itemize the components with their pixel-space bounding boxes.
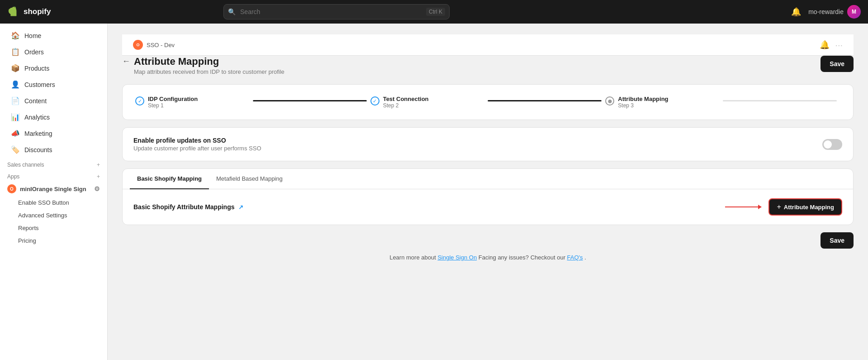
sidebar-item-label: Content [24,97,47,105]
sso-profile-toggle[interactable] [822,139,842,150]
step-1-progress [249,100,370,101]
attribute-mapping-button[interactable]: + Attribute Mapping [768,198,842,216]
sidebar-item-customers[interactable]: 👤 Customers [4,77,104,92]
app-settings-icon[interactable]: ⚙ [94,185,100,192]
sidebar-item-discounts[interactable]: 🏷️ Discounts [4,142,104,158]
steps-card: ✓ IDP Configuration Step 1 ✓ Test Connec… [122,84,854,120]
step-2-icon: ✓ [370,96,379,106]
app-banner-icon: O [133,40,143,50]
page-header: ← Attribute Mapping Map attributes recei… [122,56,854,75]
sidebar-item-label: Products [24,65,49,72]
customers-icon: 👤 [11,80,20,89]
step-1-icon: ✓ [135,96,144,106]
app-item-miniorange[interactable]: O minIOrange Single Sign ⚙ [0,182,107,196]
search-bar[interactable]: 🔍 Ctrl K [223,4,450,19]
arrow-indicator [725,206,761,207]
topbar: shopify 🔍 Ctrl K 🔔 mo-rewardie M [0,0,868,24]
step-2: ✓ Test Connection Step 2 [370,96,484,109]
steps-row: ✓ IDP Configuration Step 1 ✓ Test Connec… [135,96,840,109]
tab-metafield-based-mapping[interactable]: Metafield Based Mapping [209,169,290,189]
step-1: ✓ IDP Configuration Step 1 [135,96,249,109]
avatar: M [847,5,861,19]
step-3-icon: ⬤ [605,96,614,106]
search-shortcut: Ctrl K [426,8,445,16]
mapping-card: Basic Shopify Mapping Metafield Based Ma… [122,168,854,225]
save-button-top[interactable]: Save [821,56,854,72]
expand-sales-channels-icon[interactable]: + [97,162,100,168]
toggle-card-text: Enable profile updates on SSO Update cus… [133,137,261,152]
page-footer: Save [122,232,854,249]
page-title: Attribute Mapping [134,56,285,67]
user-info: mo-rewardie M [808,5,861,19]
step-1-bar [253,100,367,101]
step-3-progress [719,100,840,101]
orders-icon: 📋 [11,48,20,56]
search-icon: 🔍 [228,8,236,15]
sidebar-item-analytics[interactable]: 📊 Analytics [4,109,104,125]
mapping-right: + Attribute Mapping [725,198,842,216]
app-miniorange-icon: O [7,184,16,193]
app-name-label: minIOrange Single Sign [20,186,86,192]
user-name: mo-rewardie [808,8,844,15]
step-3-text: Attribute Mapping Step 3 [618,96,668,109]
discounts-icon: 🏷️ [11,145,20,154]
analytics-icon: 📊 [11,113,20,121]
content-icon: 📄 [11,96,20,105]
topbar-right: 🔔 mo-rewardie M [789,5,861,19]
sidebar-item-home[interactable]: 🏠 Home [4,28,104,43]
products-icon: 📦 [11,64,20,72]
tab-basic-shopify-mapping[interactable]: Basic Shopify Mapping [130,169,209,189]
step-1-text: IDP Configuration Step 1 [148,96,198,109]
red-arrow [725,206,761,207]
save-button-bottom[interactable]: Save [821,232,854,249]
sidebar-item-label: Customers [24,81,55,88]
marketing-icon: 📣 [11,129,20,138]
shopify-logo[interactable]: shopify [7,5,51,18]
page-subtitle: Map attributes received from IDP to stor… [134,68,285,75]
sidebar-sub-reports[interactable]: Reports [4,222,104,234]
apps-section: Apps + [0,170,107,182]
info-text: Learn more about [389,254,437,261]
sidebar-sub-pricing[interactable]: Pricing [4,235,104,247]
sidebar-item-label: Analytics [24,114,50,121]
banner-more-icon[interactable]: ··· [835,40,843,50]
sidebar-nav: 🏠 Home 📋 Orders 📦 Products 👤 Customers 📄… [0,24,107,251]
step-2-progress [484,100,605,101]
sidebar-sub-enable-sso[interactable]: Enable SSO Button [4,197,104,209]
plus-icon: + [777,203,781,211]
sidebar: 🏠 Home 📋 Orders 📦 Products 👤 Customers 📄… [0,24,108,360]
sidebar-item-marketing[interactable]: 📣 Marketing [4,125,104,141]
info-footer: Learn more about Single Sign On Facing a… [122,254,854,261]
external-link-icon[interactable]: ↗ [238,204,243,211]
toggle-subtitle: Update customer profile after user perfo… [133,145,261,152]
main-layout: 🏠 Home 📋 Orders 📦 Products 👤 Customers 📄… [0,24,868,360]
expand-apps-icon[interactable]: + [97,173,100,180]
search-input[interactable] [223,4,450,19]
info-text3: . [584,254,586,261]
step-2-text: Test Connection Step 2 [383,96,429,109]
sidebar-item-label: Marketing [24,130,52,137]
sidebar-item-label: Orders [24,48,44,56]
mapping-tabs: Basic Shopify Mapping Metafield Based Ma… [123,169,853,189]
sso-link[interactable]: Single Sign On [437,254,477,261]
app-banner-text: SSO - Dev [147,42,175,48]
content-area: O SSO - Dev 🔔 ··· ← Attribute Mapping Ma… [108,24,868,360]
mapping-section-title: Basic Shopify Attribute Mappings [133,203,235,211]
sidebar-item-content[interactable]: 📄 Content [4,93,104,109]
toggle-title: Enable profile updates on SSO [133,137,261,144]
sidebar-sub-advanced-settings[interactable]: Advanced Settings [4,209,104,221]
sidebar-item-products[interactable]: 📦 Products [4,60,104,76]
mapping-body: Basic Shopify Attribute Mappings ↗ + Att… [123,189,853,225]
step-3: ⬤ Attribute Mapping Step 3 [605,96,719,109]
notification-icon[interactable]: 🔔 [789,5,803,19]
home-icon: 🏠 [11,31,20,40]
step-2-bar [488,100,602,101]
step-3-bar [723,100,837,101]
sidebar-item-orders[interactable]: 📋 Orders [4,44,104,60]
sidebar-item-label: Discounts [24,146,52,154]
banner-settings-icon[interactable]: 🔔 [818,38,831,52]
mapping-section-title-area: Basic Shopify Attribute Mappings ↗ [133,203,243,211]
back-button[interactable]: ← [122,57,130,66]
add-button-label: Attribute Mapping [784,204,834,211]
faq-link[interactable]: FAQ's [567,254,583,261]
